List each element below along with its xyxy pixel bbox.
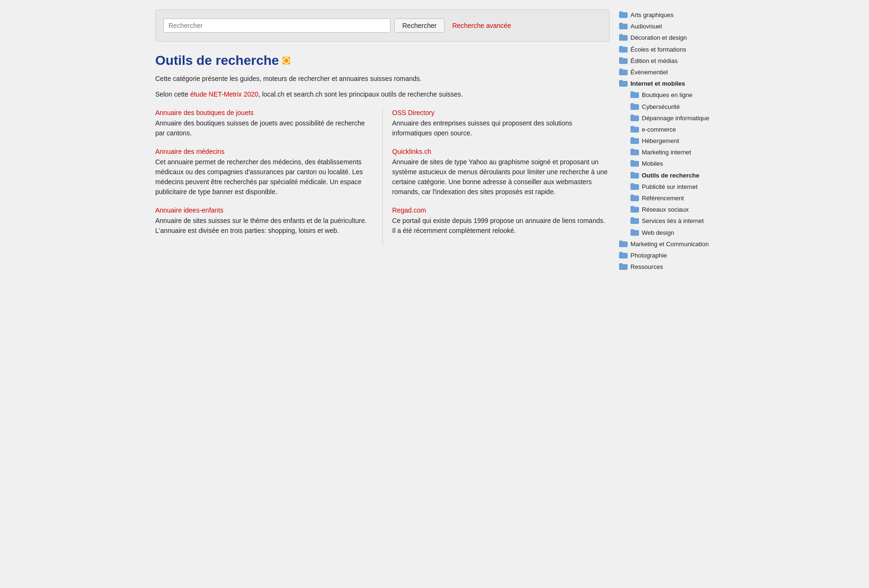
- sidebar-item[interactable]: Événementiel: [619, 67, 714, 78]
- search-input[interactable]: [163, 18, 390, 33]
- sidebar-item[interactable]: Hébergement: [619, 135, 714, 147]
- sidebar-item[interactable]: Écoles et formations: [619, 44, 714, 55]
- page-wrapper: Rechercher Recherche avancée Outils de r…: [151, 0, 718, 282]
- entry-title[interactable]: Regad.com: [392, 206, 610, 214]
- sidebar-item[interactable]: Cybersécurité: [619, 101, 714, 113]
- folder-icon: [619, 263, 628, 270]
- sidebar-item[interactable]: Arts graphiques: [619, 9, 714, 21]
- entry-desc: Annuaire des boutiques suisses de jouets…: [155, 118, 373, 138]
- sidebar-label: Écoles et formations: [630, 45, 686, 54]
- folder-icon: [619, 252, 628, 258]
- description-2: Selon cette étude NET-Metrix 2020, local…: [155, 89, 610, 99]
- sidebar-label: Édition et médias: [630, 57, 678, 65]
- sidebar-label: Marketing et Communication: [630, 240, 709, 249]
- entry-desc: Ce portail qui existe depuis 1999 propos…: [392, 216, 610, 236]
- sidebar-label: Audiovisuel: [630, 22, 662, 31]
- sidebar-item[interactable]: Web design: [619, 227, 714, 239]
- entry-right: Quicklinks.chAnnuaire de sites de type Y…: [392, 148, 610, 197]
- sidebar-item[interactable]: Audiovisuel: [619, 21, 714, 32]
- folder-icon: [630, 103, 639, 110]
- folder-icon: [630, 217, 639, 224]
- folder-icon: [630, 206, 639, 213]
- sidebar-label: Services liés à internet: [642, 217, 704, 225]
- search-button[interactable]: Rechercher: [394, 18, 444, 33]
- sidebar-item[interactable]: Réseaux sociaux: [619, 204, 714, 215]
- sidebar: Arts graphiquesAudiovisuelDécoration et …: [619, 9, 714, 273]
- folder-icon: [630, 229, 639, 236]
- sidebar-label: Web design: [642, 229, 674, 237]
- entry-title[interactable]: OSS Directory: [392, 109, 610, 116]
- folder-icon: [630, 195, 639, 201]
- entry-title[interactable]: Annuaire idees-enfants: [155, 206, 373, 214]
- sidebar-label: Boutiques en ligne: [642, 91, 692, 99]
- rss-icon[interactable]: [283, 57, 290, 64]
- entry-title[interactable]: Annuaire des médecins: [155, 148, 373, 155]
- entry-right: Regad.comCe portail qui existe depuis 19…: [392, 206, 610, 236]
- sidebar-item[interactable]: Mobiles: [619, 158, 714, 169]
- entry-right: OSS DirectoryAnnuaire des entreprises su…: [392, 109, 610, 138]
- sidebar-item[interactable]: Boutiques en ligne: [619, 89, 714, 101]
- search-box: Rechercher Recherche avancée: [155, 9, 610, 42]
- folder-icon: [630, 149, 639, 155]
- entries-columns: Annuaire des boutiques de jouetsAnnuaire…: [155, 109, 610, 245]
- sidebar-label: Marketing internet: [642, 148, 691, 157]
- entry-desc: Annuaire de sites suisses sur le thème d…: [155, 216, 373, 236]
- sidebar-label: Photographie: [630, 251, 667, 260]
- sidebar-label: Réseaux sociaux: [642, 205, 689, 214]
- sidebar-label: Publicité sur internet: [642, 183, 698, 191]
- folder-icon: [630, 126, 639, 133]
- sidebar-label: Mobiles: [642, 160, 663, 168]
- sidebar-label: Dépannage informatique: [642, 114, 709, 123]
- entry-left: Annuaire des boutiques de jouetsAnnuaire…: [155, 109, 373, 138]
- sidebar-item[interactable]: Internet et mobiles: [619, 78, 714, 89]
- sidebar-item[interactable]: Publicité sur internet: [619, 181, 714, 193]
- sidebar-label: Internet et mobiles: [630, 80, 685, 88]
- sidebar-label: e-commerce: [642, 125, 676, 134]
- entry-left: Annuaire idees-enfantsAnnuaire de sites …: [155, 206, 373, 236]
- folder-icon: [630, 172, 639, 178]
- sidebar-label: Arts graphiques: [630, 11, 674, 19]
- folder-icon: [630, 183, 639, 190]
- folder-icon: [619, 23, 628, 29]
- netmetrix-link[interactable]: étude NET-Metrix 2020: [190, 90, 258, 98]
- folder-icon: [619, 46, 628, 53]
- folder-icon: [619, 11, 628, 18]
- advanced-search-link[interactable]: Recherche avancée: [452, 22, 511, 29]
- entry-left: Annuaire des médecinsCet annuaire permet…: [155, 148, 373, 197]
- sidebar-item[interactable]: Édition et médias: [619, 55, 714, 67]
- sidebar-label: Référencement: [642, 194, 684, 203]
- entry-title[interactable]: Annuaire des boutiques de jouets: [155, 109, 373, 116]
- description-1: Cette catégorie présente les guides, mot…: [155, 74, 610, 84]
- sidebar-label: Événementiel: [630, 68, 668, 77]
- sidebar-label: Cybersécurité: [642, 103, 680, 111]
- sidebar-item[interactable]: Référencement: [619, 193, 714, 204]
- entry-title[interactable]: Quicklinks.ch: [392, 148, 610, 155]
- folder-icon: [619, 80, 628, 87]
- sidebar-item[interactable]: Photographie: [619, 250, 714, 261]
- folder-icon: [619, 241, 628, 247]
- sidebar-label: Ressources: [630, 263, 663, 271]
- sidebar-item[interactable]: Services liés à internet: [619, 215, 714, 227]
- entry-desc: Annuaire des entreprises suisses qui pro…: [392, 118, 610, 138]
- col-right: OSS DirectoryAnnuaire des entreprises su…: [383, 109, 610, 245]
- sidebar-item[interactable]: Marketing internet: [619, 147, 714, 158]
- sidebar-item[interactable]: Décoration et design: [619, 32, 714, 44]
- sidebar-item[interactable]: Dépannage informatique: [619, 113, 714, 124]
- folder-icon: [619, 34, 628, 41]
- sidebar-item[interactable]: Outils de recherche: [619, 170, 714, 181]
- col-left: Annuaire des boutiques de jouetsAnnuaire…: [155, 109, 383, 245]
- folder-icon: [619, 69, 628, 75]
- sidebar-item[interactable]: Ressources: [619, 261, 714, 273]
- sidebar-label: Décoration et design: [630, 34, 687, 42]
- sidebar-item[interactable]: e-commerce: [619, 124, 714, 135]
- folder-icon: [630, 160, 639, 167]
- sidebar-item[interactable]: Marketing et Communication: [619, 239, 714, 250]
- main-content: Rechercher Recherche avancée Outils de r…: [155, 9, 610, 273]
- sidebar-label: Outils de recherche: [642, 171, 699, 180]
- folder-icon: [630, 137, 639, 144]
- page-title: Outils de recherche: [155, 53, 610, 68]
- folder-icon: [630, 115, 639, 121]
- sidebar-label: Hébergement: [642, 137, 679, 145]
- folder-icon: [630, 91, 639, 98]
- folder-icon: [619, 57, 628, 64]
